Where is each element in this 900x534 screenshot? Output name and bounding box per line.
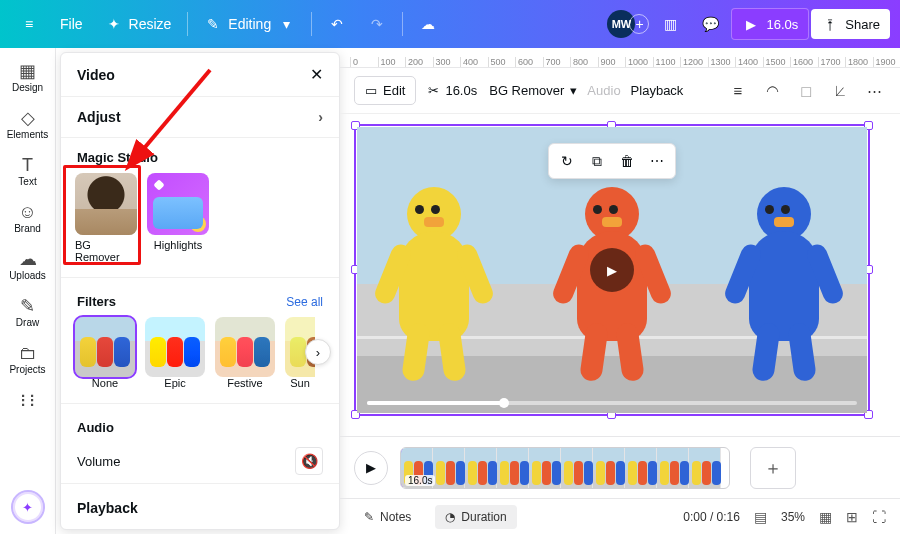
horizontal-ruler: 0100200300400500600700800900100011001200… [340,48,900,68]
redo-button[interactable]: ↷ [358,9,396,39]
notes-button[interactable]: ✎Notes [354,505,421,529]
filter-label: Epic [145,377,205,389]
bg-remover-card[interactable]: ♛ BG Remover [75,173,137,263]
loop-button[interactable]: ↻ [553,148,581,174]
draw-icon: ✎ [20,297,35,315]
mute-button[interactable]: 🔇 [295,447,323,475]
cloud-sync-button[interactable]: ☁ [409,9,447,39]
notes-icon: ✎ [364,510,374,524]
share-button[interactable]: ⭱Share [811,9,890,39]
timeline: ▶ 16.0s ＋ [340,436,900,498]
timeline-play-button[interactable]: ▶ [354,451,388,485]
element-more-button[interactable]: ⋯ [643,148,671,174]
filters-next-button[interactable]: › [305,339,331,365]
add-page-button[interactable]: ＋ [750,447,796,489]
video-play-button[interactable]: ▶ [590,248,634,292]
align-icon[interactable]: ≡ [726,82,750,99]
share-label: Share [845,17,880,32]
add-collaborator-button[interactable]: + [629,14,649,34]
filter-label: Festive [215,377,275,389]
delete-button[interactable]: 🗑 [613,148,641,174]
canvas-selection[interactable]: ↻ ⧉ 🗑 ⋯ ▶ [354,124,870,416]
menu-icon: ≡ [20,15,38,33]
clip-duration-label: 16.0s [405,475,435,486]
element-float-toolbar: ↻ ⧉ 🗑 ⋯ [548,143,676,179]
card-label: Highlights [154,239,202,251]
timeline-clip[interactable]: 16.0s [400,447,730,489]
filter-epic[interactable]: Epic [145,317,205,389]
adjust-row[interactable]: Adjust › [61,97,339,138]
scissors-icon: ✂ [428,83,439,98]
filter-none[interactable]: None [75,317,135,389]
hamburger-button[interactable]: ≡ [10,9,48,39]
play-icon: ▶ [366,460,376,475]
position-icon[interactable]: ◠ [760,82,784,100]
playback-label: Playback [77,500,138,516]
clock-icon: ◔ [445,510,455,524]
analytics-button[interactable]: ▥ [651,9,689,39]
chart-icon: ▥ [661,15,679,33]
bg-remover-thumb: ♛ [75,173,137,235]
top-toolbar: ≡ File ✦Resize ✎Editing▾ ↶ ↷ ☁ MW + ▥ 💬 … [0,0,900,48]
duplicate-button[interactable]: ⧉ [583,148,611,174]
see-all-filters[interactable]: See all [286,295,323,309]
rail-uploads[interactable]: ☁Uploads [4,244,52,287]
rail-apps[interactable]: ⫶⫶ [4,385,52,415]
highlights-card[interactable]: ♛ Highlights [147,173,209,263]
duration-label: Duration [461,510,506,524]
video-content [729,187,839,367]
pages-view-icon[interactable]: ▤ [754,509,767,525]
apps-icon: ⫶⫶ [19,391,37,409]
rail-draw[interactable]: ✎Draw [4,291,52,334]
video-content [379,187,489,367]
edit-video-button[interactable]: ▭Edit [354,76,416,105]
transparency-icon[interactable]: ◻ [794,82,818,100]
play-icon: ▶ [607,263,617,278]
filter-festive[interactable]: Festive [215,317,275,389]
chevron-down-icon: ▾ [277,15,295,33]
video-progress[interactable] [367,401,857,405]
duration-button[interactable]: ◔Duration [435,505,516,529]
panel-header: Video ✕ [61,53,339,97]
film-icon: ▭ [365,83,377,98]
close-panel-button[interactable]: ✕ [310,65,323,84]
editing-mode-button[interactable]: ✎Editing▾ [194,9,305,39]
thumbnail-view-icon[interactable]: ⊞ [846,509,858,525]
resize-label: Resize [129,16,172,32]
rail-text[interactable]: TText [4,150,52,193]
undo-button[interactable]: ↶ [318,9,356,39]
rail-design[interactable]: ▦Design [4,56,52,99]
playback-tool[interactable]: Playback [631,83,684,98]
crop-icon[interactable]: ⟀ [828,82,852,99]
trim-button[interactable]: ✂16.0s [426,77,479,104]
rail-label: Design [12,82,43,93]
toolbar-divider [187,12,188,36]
text-icon: T [22,156,33,174]
video-frame: ↻ ⧉ 🗑 ⋯ ▶ [357,127,867,413]
grid-view-icon[interactable]: ▦ [819,509,832,525]
more-options-button[interactable]: ⋯ [862,82,886,100]
notes-label: Notes [380,510,411,524]
zoom-level[interactable]: 35% [781,510,805,524]
rail-brand[interactable]: ☺Brand [4,197,52,240]
premium-badge-icon: ♛ [118,216,134,232]
resize-menu[interactable]: ✦Resize [95,9,182,39]
elements-icon: ◇ [21,109,35,127]
filters-strip: None Epic Festive Sun › [75,317,325,389]
panel-title: Video [77,67,115,83]
uploads-icon: ☁ [19,250,37,268]
magic-studio-button[interactable]: ✦ [11,490,45,524]
rail-projects[interactable]: 🗀Projects [4,338,52,381]
fullscreen-icon[interactable]: ⛶ [872,509,886,525]
playback-row[interactable]: Playback [61,488,339,528]
comments-button[interactable]: 💬 [691,9,729,39]
bg-remover-tool[interactable]: BG Remover▾ [489,83,577,98]
rail-elements[interactable]: ◇Elements [4,103,52,146]
sparkle-icon: ✦ [22,500,33,515]
premium-badge-icon: ♛ [190,216,206,232]
audio-tool-disabled: Audio [587,83,620,98]
magic-studio-section: Magic Studio ♛ BG Remover ♛ Highlights [61,138,339,273]
present-button[interactable]: ▶16.0s [731,8,809,40]
projects-icon: 🗀 [19,344,37,362]
file-menu[interactable]: File [50,10,93,38]
